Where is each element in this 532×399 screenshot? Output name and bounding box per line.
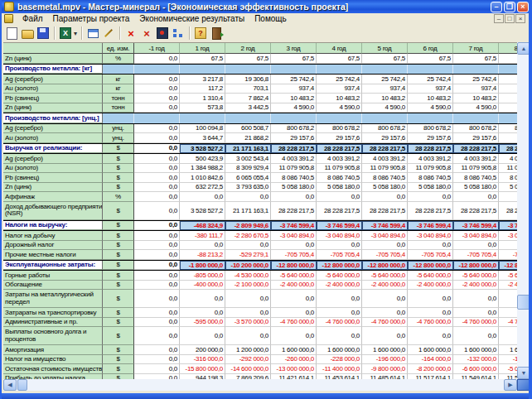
value-cell xyxy=(408,113,453,123)
value-cell: -13 000 000,0 xyxy=(271,364,317,374)
value-cell: 10 483,2 xyxy=(271,94,317,103)
tree-view-icon[interactable] xyxy=(171,26,186,41)
value-cell: 67,5 xyxy=(271,54,317,64)
value-cell: 29 157,6 xyxy=(499,133,517,143)
title-bar: basemetal.mpv - Мастер-минерал - [Эконом… xyxy=(2,0,532,13)
wand-tool-icon[interactable] xyxy=(101,26,116,41)
value-cell: 5 058 180,0 xyxy=(317,183,362,193)
open-file-icon[interactable] xyxy=(20,26,35,41)
unit-cell: $ xyxy=(103,183,134,193)
value-cell: -4 760 000,0 xyxy=(271,318,317,328)
value-cell: 0,0 xyxy=(271,192,317,202)
value-cell: 11 079 905,8 xyxy=(499,164,517,174)
value-cell: 0,0 xyxy=(271,241,317,251)
row-label: Zn (цинк) xyxy=(3,183,103,193)
value-cell: 25 742,4 xyxy=(408,75,453,84)
scroll-right-button[interactable]: ▶ xyxy=(504,379,517,391)
value-cell: 1 384 988,2 xyxy=(180,164,225,174)
unit-cell: унц. xyxy=(103,133,134,143)
row-label: Zn (цинк) xyxy=(3,54,103,64)
minimize-button[interactable]: – xyxy=(491,2,502,12)
value-cell: -2 809 949,6 xyxy=(225,221,271,231)
value-cell: -3 746 599,4 xyxy=(408,221,453,231)
value-cell: 200 000,0 xyxy=(180,345,225,355)
value-cell: -705 705,4 xyxy=(499,250,517,260)
maximize-button[interactable]: ❐ xyxy=(504,2,515,12)
value-cell: -9 800 000,0 xyxy=(362,364,408,374)
value-cell: 0,0 xyxy=(180,290,225,308)
value-cell: -4 530 000,0 xyxy=(225,271,271,281)
value-cell: 0,0 xyxy=(408,290,453,308)
value-cell: 0,0 xyxy=(134,183,180,193)
unit-cell: $ xyxy=(103,250,134,260)
horizontal-scrollbar[interactable]: ◀ ▶ xyxy=(3,379,517,391)
value-cell: -380 111,7 xyxy=(180,231,225,241)
value-cell: -100 000,0 xyxy=(499,355,517,365)
table-view-icon[interactable] xyxy=(85,26,100,41)
value-cell: -8 200 000,0 xyxy=(408,364,453,374)
unit-cell: унц. xyxy=(103,124,134,134)
help-icon[interactable]: ? xyxy=(193,26,208,41)
mdi-minimize-button[interactable]: – xyxy=(494,14,504,23)
value-cell: 937,4 xyxy=(453,84,499,94)
table-row: Амортизация$0,0200 000,01 200 000,01 600… xyxy=(3,345,517,355)
table-row: Затраты на металлургическийпередел$0,00,… xyxy=(3,290,517,308)
value-cell: 28 228 217,5 xyxy=(317,144,362,154)
value-cell: 19 306,8 xyxy=(225,75,271,84)
clear-x-icon[interactable]: × xyxy=(123,26,138,41)
export-excel-icon[interactable]: X xyxy=(58,26,73,41)
value-cell: 0,0 xyxy=(134,221,180,231)
value-cell: -3 040 894,0 xyxy=(453,231,499,241)
value-cell: 0,0 xyxy=(453,308,499,318)
year-header: 6 год xyxy=(408,43,453,54)
mdi-close-button[interactable]: × xyxy=(515,14,525,23)
clear-x2-icon[interactable]: × xyxy=(139,26,154,41)
value-cell xyxy=(271,65,317,75)
close-button[interactable]: × xyxy=(517,2,529,12)
excel-dropdown-caret[interactable]: ▾ xyxy=(74,30,77,37)
value-cell: 0,0 xyxy=(317,290,362,308)
value-cell: 0,0 xyxy=(134,154,180,164)
value-cell: 3 002 543,4 xyxy=(225,154,271,164)
value-cell: 0,0 xyxy=(134,202,180,220)
value-cell: 937,4 xyxy=(408,84,453,94)
menu-item-file[interactable]: Файл xyxy=(17,14,48,23)
mdi-restore-button[interactable]: □ xyxy=(505,14,515,23)
value-cell: 937,4 xyxy=(362,84,408,94)
menu-item-economic-results[interactable]: Экономические результаты xyxy=(134,14,249,23)
menu-item-project-params[interactable]: Параметры проекта xyxy=(48,14,135,23)
value-cell: -6 600 000,0 xyxy=(453,364,499,374)
value-cell: 703,1 xyxy=(225,84,271,94)
value-cell xyxy=(134,113,180,123)
value-cell: 6 065 055,4 xyxy=(225,173,271,183)
scroll-left-button[interactable]: ◀ xyxy=(3,379,17,391)
value-cell: 0,0 xyxy=(225,327,271,345)
value-cell: 632 272,5 xyxy=(180,183,225,193)
value-cell: 1 600 000,0 xyxy=(317,345,362,355)
exit-icon[interactable] xyxy=(209,26,224,41)
value-cell: 67,5 xyxy=(362,54,408,64)
save-file-icon[interactable] xyxy=(36,26,51,41)
value-cell: 0,0 xyxy=(134,250,180,260)
value-cell xyxy=(362,113,408,123)
row-label: Выручка от реализации: xyxy=(3,144,103,154)
unit-cell: $ xyxy=(103,173,134,183)
unit-cell: $ xyxy=(103,345,134,355)
unit-cell: $ xyxy=(103,355,134,365)
menu-item-help[interactable]: Помощь xyxy=(249,14,292,23)
value-cell: 0,0 xyxy=(134,318,180,328)
chart-tool-icon[interactable] xyxy=(155,26,170,41)
value-cell: 0,0 xyxy=(134,192,180,202)
value-cell: 10 483,2 xyxy=(453,94,499,103)
value-cell xyxy=(180,113,225,123)
value-cell: 0,0 xyxy=(317,327,362,345)
value-cell: -529 279,1 xyxy=(225,250,271,260)
value-cell: -4 760 000,0 xyxy=(362,318,408,328)
horizontal-scroll-thumb[interactable] xyxy=(17,379,27,391)
value-cell: 25 742,4 xyxy=(362,75,408,84)
table-row: Дорожный налог$0,00,00,00,00,00,00,00,00… xyxy=(3,241,517,251)
new-file-icon[interactable] xyxy=(4,26,19,41)
unit-cell: $ xyxy=(103,271,134,281)
header-row: ед. изм.-1 год1 год2 год3 год4 год5 год6… xyxy=(3,43,517,54)
row-label: Au (золото) xyxy=(3,133,103,143)
